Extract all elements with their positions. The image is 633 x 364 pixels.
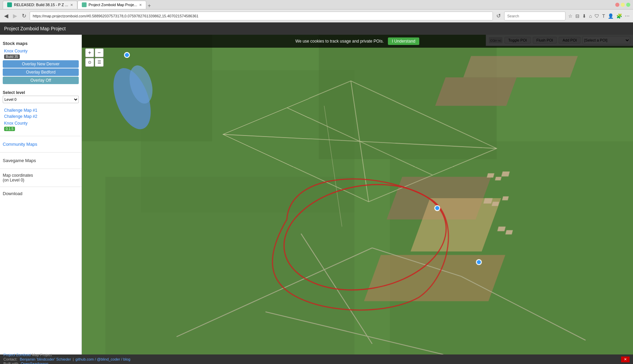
svg-rect-3	[82, 35, 633, 354]
knox-county-2-link[interactable]: Knox County	[3, 120, 79, 126]
svg-rect-15	[364, 255, 506, 301]
extensions-icon[interactable]: 🧩	[616, 13, 623, 19]
svg-rect-26	[487, 173, 494, 178]
svg-line-24	[266, 312, 443, 354]
divider-3	[0, 169, 81, 169]
svg-line-21	[177, 248, 372, 337]
map-nav-controls: ⊙ ☰	[85, 58, 104, 67]
forward-button[interactable]: ▶	[12, 12, 18, 20]
app-header: Project Zomboid Map Project	[0, 22, 633, 35]
overlay-off-btn[interactable]: Overlay Off	[3, 77, 79, 84]
svg-rect-31	[502, 196, 509, 200]
back-button[interactable]: ◀	[3, 12, 10, 20]
svg-rect-13	[387, 177, 491, 219]
map-coordinates-label: Map coordinates	[3, 173, 79, 178]
divider-1	[0, 136, 81, 136]
browser-tab-2[interactable]: Project Zomboid Map Proje... ✕	[77, 1, 146, 9]
challenge-map-2-link[interactable]: Challenge Map #2	[3, 113, 79, 120]
new-tab-button[interactable]: +	[148, 3, 151, 9]
footer-openseadragon-link[interactable]: OpenSeadragon.	[21, 362, 49, 364]
cookie-banner: We use cookies to track usage and privat…	[82, 35, 633, 48]
overlay-new-denver-btn[interactable]: Overlay New Denver	[3, 60, 79, 68]
savegame-maps-title[interactable]: Savegame Maps	[3, 157, 79, 164]
cookie-accept-button[interactable]: I Understand	[388, 37, 420, 45]
svg-rect-28	[501, 172, 510, 177]
address-bar[interactable]	[30, 12, 493, 20]
knox-county-2-row: Knox County 0.1.5	[3, 120, 79, 132]
bookmark-star-icon[interactable]: ☆	[568, 13, 573, 19]
search-bar[interactable]	[504, 12, 566, 20]
svg-rect-33	[505, 230, 513, 235]
challenge-map-1-link[interactable]: Challenge Map #1	[3, 107, 79, 113]
shield-icon[interactable]: 🛡	[594, 13, 600, 19]
browser-tab-1[interactable]: RELEASED: Build 38.15 - P Z ... ✕	[3, 1, 77, 9]
footer-project-link[interactable]: Project Zomboid	[3, 353, 31, 357]
app-layout: Project Zomboid Map Project Stock maps K…	[0, 22, 633, 364]
zoom-out-button[interactable]: −	[95, 48, 104, 57]
footer-built-with: Built with	[3, 362, 18, 364]
tab-2-label: Project Zomboid Map Proje...	[89, 3, 137, 7]
zoom-in-button[interactable]: +	[85, 48, 94, 57]
svg-rect-11	[435, 77, 517, 106]
map-layers-button[interactable]: ☰	[95, 58, 104, 67]
tab-1-close[interactable]: ✕	[70, 3, 73, 7]
divider-2	[0, 152, 81, 153]
svg-rect-5	[141, 70, 355, 212]
svg-line-25	[301, 234, 372, 344]
svg-line-20	[324, 106, 342, 227]
reload-button[interactable]: ↺	[495, 12, 502, 20]
footer: Project Zomboid Map Project Contact: Ben…	[0, 354, 633, 364]
svg-rect-6	[319, 35, 497, 159]
zoom-controls: + −	[85, 48, 104, 57]
svg-rect-29	[483, 198, 493, 204]
download-toolbar-icon[interactable]: ⬇	[582, 13, 587, 19]
svg-line-23	[461, 276, 586, 340]
footer-contact-line: Contact: Benjamin 'blindcoder' Schieder …	[3, 357, 130, 361]
knox-county-badge: Build 35	[4, 54, 20, 59]
footer-close-button[interactable]: ✕	[621, 357, 630, 362]
select-level-label: Select level	[3, 89, 79, 96]
overlay-bedford-btn[interactable]: Overlay Bedford	[3, 68, 79, 76]
footer-author-link[interactable]: Benjamin 'blindcoder' Schieder	[20, 357, 71, 361]
browser-toolbar: ◀ ▶ ↻ ↺ ☆ ⊟ ⬇ ⌂ 🛡 T 👤 🧩 ⋯	[0, 10, 633, 22]
tab-1-label: RELEASED: Build 38.15 - P Z ...	[14, 3, 68, 7]
svg-point-37	[476, 259, 481, 265]
map-reset-button[interactable]: ⊙	[85, 58, 94, 67]
community-maps-section: Community Maps	[0, 138, 81, 150]
svg-rect-30	[492, 202, 499, 206]
menu-icon[interactable]: ⋯	[624, 13, 630, 19]
divider-4	[0, 187, 81, 187]
download-section: Download	[0, 189, 81, 198]
footer-built-with-line: Built with OpenSeadragon.	[3, 362, 130, 364]
tab-2-favicon	[82, 2, 87, 7]
profile-icon[interactable]: 👤	[607, 13, 614, 19]
map-controls: + − ⊙ ☰	[85, 48, 104, 67]
map-area[interactable]: We use cookies to track usage and privat…	[82, 35, 633, 354]
svg-line-18	[351, 81, 368, 202]
download-label[interactable]: Download	[3, 191, 79, 196]
community-maps-title[interactable]: Community Maps	[3, 140, 79, 148]
refresh-button[interactable]: ↻	[20, 12, 28, 20]
stock-maps-section: Stock maps Knox County Build 35 Overlay …	[0, 37, 81, 87]
level-select[interactable]: Level 0 Level 1 Level 2 Level 3	[3, 96, 79, 103]
svg-point-10	[126, 63, 156, 106]
tab-2-close[interactable]: ✕	[139, 3, 142, 7]
knox-county-link[interactable]: Knox County	[3, 48, 79, 54]
cookie-message: We use cookies to track usage and privat…	[296, 39, 384, 44]
svg-marker-16	[223, 81, 497, 202]
tab-1-favicon	[7, 2, 12, 7]
app-title: Project Zomboid Map Project	[4, 26, 66, 31]
browser-titlebar: RELEASED: Build 38.15 - P Z ... ✕ Projec…	[0, 0, 633, 10]
svg-rect-27	[495, 177, 501, 180]
footer-github-link[interactable]: github.com / @blind_coder / blog	[75, 357, 130, 361]
challenge-maps-section: Challenge Map #1 Challenge Map #2 Knox C…	[0, 105, 81, 134]
toolbar-icons: ☆ ⊟ ⬇ ⌂ 🛡 T 👤 🧩 ⋯	[568, 13, 630, 19]
reading-mode-icon[interactable]: ⊟	[575, 13, 580, 19]
sidebar: Stock maps Knox County Build 35 Overlay …	[0, 35, 82, 354]
home-icon[interactable]: ⌂	[588, 13, 592, 19]
map-coordinates-section: Map coordinates (on Level 0)	[0, 171, 81, 185]
reader-icon[interactable]: T	[601, 13, 606, 19]
svg-rect-32	[497, 226, 506, 231]
select-level-section: Select level Level 0 Level 1 Level 2 Lev…	[0, 87, 81, 105]
svg-line-22	[372, 248, 461, 276]
